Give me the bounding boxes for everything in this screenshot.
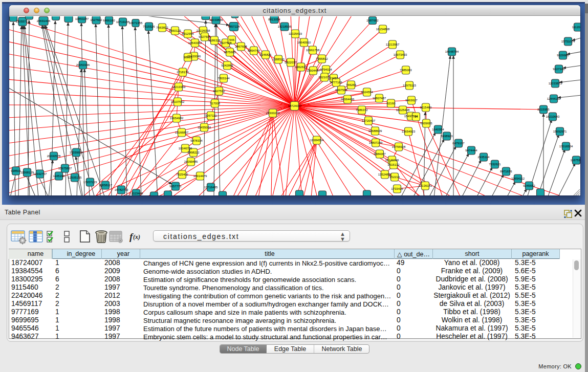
svg-text:3875685: 3875685 — [224, 51, 236, 54]
svg-text:10973493: 10973493 — [394, 53, 407, 56]
svg-text:3267110: 3267110 — [205, 114, 217, 117]
svg-text:8454749: 8454749 — [248, 49, 260, 52]
svg-text:20691406: 20691406 — [37, 19, 51, 23]
svg-text:12505135: 12505135 — [68, 176, 82, 179]
svg-text:12023448: 12023448 — [129, 192, 143, 195]
svg-text:13720407: 13720407 — [362, 119, 376, 122]
svg-text:11455084: 11455084 — [198, 126, 211, 129]
svg-text:19756928: 19756928 — [392, 145, 406, 148]
svg-text:10654112: 10654112 — [511, 177, 525, 180]
svg-text:10719155: 10719155 — [116, 20, 130, 24]
svg-text:8813054: 8813054 — [268, 18, 280, 21]
svg-text:24099485: 24099485 — [184, 160, 198, 163]
svg-text:23226058: 23226058 — [197, 29, 210, 32]
svg-text:10671355: 10671355 — [129, 21, 143, 25]
svg-text:9474444: 9474444 — [465, 149, 477, 152]
svg-text:20364436: 20364436 — [341, 98, 355, 101]
svg-text:16154808: 16154808 — [376, 28, 390, 31]
svg-text:10025438: 10025438 — [396, 108, 410, 112]
svg-text:17957223: 17957223 — [83, 181, 97, 184]
svg-text:94: 94 — [415, 115, 418, 118]
svg-text:16107552: 16107552 — [171, 100, 185, 103]
svg-text:12975115: 12975115 — [403, 84, 417, 87]
svg-text:746266: 746266 — [346, 83, 357, 86]
svg-text:12444153: 12444153 — [547, 97, 561, 100]
svg-text:7857224: 7857224 — [228, 25, 240, 28]
svg-text:16120746: 16120746 — [385, 159, 399, 162]
svg-text:6479197: 6479197 — [452, 142, 465, 145]
svg-text:1112044: 1112044 — [572, 26, 580, 29]
svg-text:1640954: 1640954 — [432, 128, 444, 131]
svg-text:19218506: 19218506 — [278, 25, 292, 28]
svg-text:20200578: 20200578 — [47, 155, 61, 158]
svg-text:17359934: 17359934 — [70, 151, 83, 154]
svg-text:19384554: 19384554 — [310, 139, 324, 142]
svg-text:5822037: 5822037 — [285, 61, 297, 64]
svg-text:12342757: 12342757 — [33, 172, 47, 176]
svg-text:352214: 352214 — [389, 176, 400, 179]
svg-text:1588520: 1588520 — [272, 58, 285, 61]
svg-text:8215955: 8215955 — [537, 108, 550, 111]
svg-text:7485063: 7485063 — [400, 69, 412, 72]
svg-text:10807487: 10807487 — [373, 97, 386, 100]
svg-text:7625402: 7625402 — [176, 173, 188, 176]
svg-text:13716485: 13716485 — [204, 186, 218, 189]
svg-text:98961: 98961 — [184, 56, 192, 59]
svg-text:16210643: 16210643 — [546, 115, 560, 118]
svg-text:7386372: 7386372 — [356, 108, 368, 112]
svg-text:16648784: 16648784 — [445, 50, 459, 53]
svg-text:3498222: 3498222 — [187, 151, 200, 154]
svg-text:19166857: 19166857 — [175, 131, 189, 134]
svg-text:14136141: 14136141 — [419, 184, 432, 187]
svg-text:23300273: 23300273 — [266, 112, 280, 115]
svg-text:9777169: 9777169 — [330, 81, 342, 84]
svg-text:10858117: 10858117 — [99, 184, 113, 187]
svg-text:62160: 62160 — [387, 102, 396, 105]
svg-text:1733416: 1733416 — [391, 187, 403, 190]
svg-text:9146821: 9146821 — [259, 53, 272, 56]
svg-text:1167534: 1167534 — [571, 159, 580, 162]
svg-text:1362615: 1362615 — [295, 65, 307, 69]
svg-text:8471676: 8471676 — [500, 170, 512, 173]
svg-text:10961758: 10961758 — [306, 49, 320, 52]
svg-text:19055713: 19055713 — [16, 20, 30, 23]
svg-text:(x): (x) — [133, 233, 140, 240]
svg-text:9329986: 9329986 — [557, 54, 569, 57]
svg-text:5938923: 5938923 — [441, 135, 453, 138]
svg-text:13654923: 13654923 — [402, 130, 416, 133]
svg-text:3024554: 3024554 — [361, 91, 373, 94]
svg-text:7632621: 7632621 — [489, 163, 501, 166]
svg-text:20053346: 20053346 — [76, 63, 90, 67]
svg-text:18724007: 18724007 — [288, 104, 302, 107]
svg-text:2718170: 2718170 — [177, 71, 189, 74]
svg-text:1145198: 1145198 — [53, 174, 66, 178]
svg-text:9227342: 9227342 — [553, 68, 565, 71]
svg-text:2935114: 2935114 — [478, 156, 490, 159]
svg-text:16782759: 16782759 — [115, 188, 128, 191]
svg-text:1615132: 1615132 — [387, 163, 400, 166]
svg-text:12033872: 12033872 — [549, 82, 562, 85]
svg-text:18807249: 18807249 — [369, 141, 383, 144]
svg-text:1527602: 1527602 — [90, 18, 102, 21]
svg-text:9327508: 9327508 — [220, 41, 232, 45]
svg-text:7663822: 7663822 — [156, 26, 168, 29]
svg-text:9245652: 9245652 — [523, 184, 535, 187]
svg-text:11325419: 11325419 — [289, 32, 302, 35]
svg-text:5878334: 5878334 — [190, 139, 203, 142]
svg-text:9657771: 9657771 — [169, 185, 182, 188]
svg-text:6939695: 6939695 — [420, 122, 432, 125]
svg-text:9794024: 9794024 — [320, 68, 332, 71]
svg-text:7803144: 7803144 — [217, 77, 230, 80]
svg-text:6497565: 6497565 — [335, 89, 347, 92]
svg-text:10543362: 10543362 — [188, 41, 202, 45]
svg-text:546: 546 — [229, 38, 235, 41]
svg-text:9427532: 9427532 — [213, 90, 225, 93]
svg-text:7955812: 7955812 — [316, 57, 328, 60]
svg-text:17016504: 17016504 — [559, 145, 573, 148]
svg-text:6466160: 6466160 — [103, 19, 115, 22]
svg-text:9684067: 9684067 — [374, 152, 386, 156]
svg-text:2867608: 2867608 — [235, 45, 247, 48]
svg-text:11568129: 11568129 — [20, 171, 34, 174]
svg-text:19654982: 19654982 — [170, 117, 184, 120]
svg-text:16640910: 16640910 — [297, 41, 311, 44]
